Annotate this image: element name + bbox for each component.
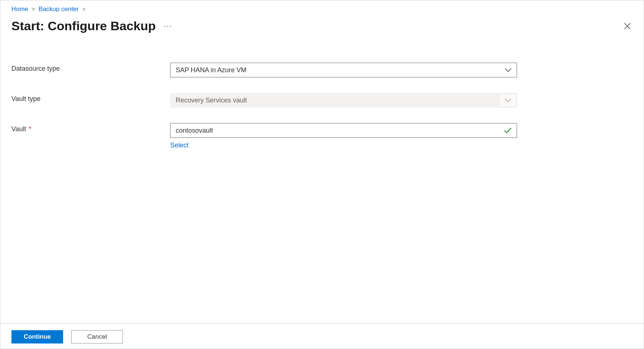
page-container: Home > Backup center > Start: Configure … [0,0,644,349]
label-vault: Vault * [11,123,170,133]
close-button[interactable] [622,21,633,31]
chevron-box [499,93,517,107]
label-datasource-type: Datasource type [11,63,170,73]
vault-value: contosovault [176,127,213,135]
vault-select-link[interactable]: Select [170,142,189,149]
continue-button[interactable]: Continue [11,330,63,343]
checkmark-icon [504,128,512,133]
vault-type-dropdown: Recovery Services vault [170,93,517,108]
label-vault-text: Vault [11,125,26,133]
vault-type-value: Recovery Services vault [176,97,247,104]
control-vault-type: Recovery Services vault [170,93,517,108]
form-area: Datasource type SAP HANA in Azure VM Vau… [0,37,644,323]
row-vault: Vault * contosovault Select [11,123,633,149]
chevron-down-icon [505,68,512,72]
more-actions-button[interactable]: ··· [164,22,172,30]
datasource-type-dropdown[interactable]: SAP HANA in Azure VM [170,63,517,77]
vault-input[interactable]: contosovault [170,123,517,138]
row-datasource-type: Datasource type SAP HANA in Azure VM [11,63,633,77]
datasource-type-value: SAP HANA in Azure VM [176,66,247,74]
title-row: Start: Configure Backup ··· [0,15,644,37]
breadcrumb: Home > Backup center > [0,0,644,15]
row-vault-type: Vault type Recovery Services vault [11,93,633,108]
breadcrumb-home[interactable]: Home [11,6,28,13]
close-icon [624,22,631,30]
page-title: Start: Configure Backup [11,19,156,33]
title-left: Start: Configure Backup ··· [11,19,172,33]
chevron-down-icon [504,98,511,102]
control-datasource-type: SAP HANA in Azure VM [170,63,517,77]
chevron-right-icon: > [82,6,85,12]
footer: Continue Cancel [0,323,644,349]
cancel-button[interactable]: Cancel [71,330,123,343]
required-asterisk: * [29,125,31,133]
breadcrumb-backup-center[interactable]: Backup center [39,6,79,13]
chevron-right-icon: > [32,6,35,12]
control-vault: contosovault Select [170,123,517,149]
label-vault-type: Vault type [11,93,170,103]
